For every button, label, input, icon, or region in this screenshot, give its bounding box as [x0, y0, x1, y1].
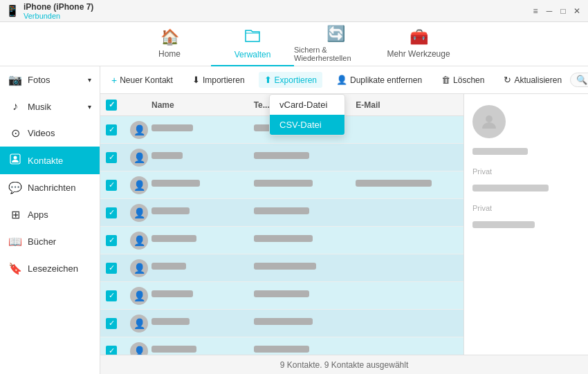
header-name: Name [151, 100, 254, 110]
row-avatar: 👤 [127, 121, 151, 139]
folder-icon [244, 28, 261, 47]
row-name [151, 290, 254, 301]
row-checkbox[interactable]: ✓ [106, 318, 117, 329]
header-email: E-Mail [356, 100, 458, 110]
nav-verwalten[interactable]: Verwalten [211, 22, 294, 66]
row-name [151, 124, 254, 135]
sidebar-item-videos[interactable]: ⊙ Videos [0, 120, 100, 147]
sidebar-item-buecher[interactable]: 📖 Bücher [0, 228, 100, 255]
row-avatar: 👤 [127, 259, 151, 277]
csv-option[interactable]: CSV-Datei [270, 115, 344, 135]
close-icon[interactable]: ✕ [571, 6, 582, 17]
row-avatar: 👤 [127, 232, 151, 250]
title-bar: 📱 iPhone (iPhone 7) Verbunden ≡ ─ □ ✕ [0, 0, 588, 22]
avatar: 👤 [130, 204, 148, 222]
photos-icon: 📷 [8, 73, 22, 86]
window-controls: ≡ ─ □ ✕ [530, 6, 582, 17]
row-name [151, 318, 254, 328]
contact-detail-panel: Privat Privat [463, 94, 588, 355]
search-box[interactable]: 🔍 [570, 73, 588, 87]
row-avatar: 👤 [127, 176, 151, 194]
menu-icon[interactable]: ≡ [530, 6, 541, 17]
row-checkbox[interactable]: ✓ [106, 124, 117, 135]
sidebar-item-kontakte[interactable]: Kontakte [0, 147, 100, 174]
contact-email-blurred [472, 221, 535, 228]
remove-duplicates-button[interactable]: 👤 Duplikate entfernen [331, 72, 428, 88]
maximize-icon[interactable]: □ [558, 6, 569, 17]
row-avatar: 👤 [127, 342, 151, 355]
contact-name-blurred [472, 148, 528, 155]
device-info: 📱 iPhone (iPhone 7) Verbunden [6, 2, 93, 20]
vcard-option[interactable]: vCard-Datei [270, 95, 344, 115]
row-checkbox[interactable]: ✓ [106, 290, 117, 301]
arrow-icon: ▾ [88, 76, 91, 84]
home-icon: 🏠 [160, 28, 179, 46]
export-dropdown: vCard-Datei CSV-Datei [269, 94, 345, 135]
row-checkbox[interactable]: ✓ [106, 180, 117, 191]
export-button[interactable]: ⬆ Exportieren [259, 72, 322, 88]
row-tel [254, 290, 356, 301]
row-name [151, 235, 254, 245]
table-row[interactable]: ✓ 👤 [100, 227, 463, 254]
sidebar-item-musik[interactable]: ♪ Musik ▾ [0, 93, 100, 120]
search-icon: 🔍 [576, 75, 587, 85]
select-all-checkbox[interactable]: ✓ [106, 100, 117, 111]
row-avatar: 👤 [127, 149, 151, 167]
header-check: ✓ [106, 100, 127, 111]
row-checkbox[interactable]: ✓ [106, 346, 117, 355]
nav-sichern[interactable]: 🔄 Sichern & Wiederherstellen [294, 22, 377, 66]
sidebar-item-nachrichten[interactable]: 💬 Nachrichten [0, 174, 100, 201]
table-row[interactable]: ✓ 👤 [100, 254, 463, 282]
sidebar-item-lesezeichen[interactable]: 🔖 Lesezeichen [0, 255, 100, 282]
import-button[interactable]: ⬇ Importieren [187, 72, 250, 88]
device-status: Verbunden [24, 12, 93, 20]
sidebar-musik-label: Musik [28, 102, 82, 112]
svg-point-2 [486, 115, 493, 122]
sidebar-lesezeichen-label: Lesezeichen [28, 263, 91, 274]
avatar: 👤 [130, 287, 148, 305]
row-checkbox[interactable]: ✓ [106, 207, 117, 218]
sidebar-item-apps[interactable]: ⊞ Apps [0, 201, 100, 228]
apps-icon: ⊞ [8, 208, 22, 221]
sidebar: 📷 Fotos ▾ ♪ Musik ▾ ⊙ Videos Kontakte 💬 [0, 66, 100, 374]
table-row[interactable]: ✓ 👤 [100, 337, 463, 355]
new-contact-button[interactable]: + Neuer Kontakt [106, 72, 178, 88]
row-avatar: 👤 [127, 204, 151, 222]
videos-icon: ⊙ [8, 127, 22, 140]
row-checkbox[interactable]: ✓ [106, 152, 117, 163]
table-row[interactable]: ✓ 👤 [100, 171, 463, 199]
row-checkbox[interactable]: ✓ [106, 263, 117, 274]
row-name [151, 263, 254, 273]
main-layout: 📷 Fotos ▾ ♪ Musik ▾ ⊙ Videos Kontakte 💬 [0, 66, 588, 374]
avatar: 👤 [130, 259, 148, 277]
row-tel [254, 346, 356, 355]
nav-sichern-label: Sichern & Wiederherstellen [294, 46, 377, 62]
avatar: 👤 [130, 342, 148, 355]
avatar: 👤 [130, 232, 148, 250]
sidebar-nachrichten-label: Nachrichten [28, 183, 91, 193]
phone-icon: 📱 [6, 4, 19, 17]
contact-label-1: Privat [472, 167, 580, 176]
nav-werkzeuge[interactable]: 🧰 Mehr Werkzeuge [377, 22, 460, 66]
row-name [151, 180, 254, 190]
backup-icon: 🔄 [327, 25, 345, 43]
content-area: + Neuer Kontakt ⬇ Importieren ⬆ Exportie… [100, 66, 588, 374]
row-checkbox[interactable]: ✓ [106, 235, 117, 246]
table-row[interactable]: ✓ 👤 [100, 310, 463, 337]
refresh-button[interactable]: ↻ Aktualisieren [498, 72, 567, 88]
sidebar-item-fotos[interactable]: 📷 Fotos ▾ [0, 66, 100, 93]
row-avatar: 👤 [127, 315, 151, 333]
delete-button[interactable]: 🗑 Löschen [436, 72, 490, 88]
sidebar-fotos-label: Fotos [28, 75, 82, 85]
minimize-icon[interactable]: ─ [544, 6, 555, 17]
table-row[interactable]: ✓ 👤 [100, 199, 463, 227]
refresh-icon: ↻ [504, 75, 511, 85]
import-icon: ⬇ [192, 75, 200, 85]
sidebar-kontakte-label: Kontakte [28, 156, 91, 166]
avatar: 👤 [130, 176, 148, 194]
nav-home[interactable]: 🏠 Home [128, 22, 211, 66]
sidebar-videos-label: Videos [28, 128, 91, 138]
arrow-icon-2: ▾ [88, 103, 91, 111]
table-row[interactable]: ✓ 👤 [100, 282, 463, 310]
table-row[interactable]: ✓ 👤 [100, 144, 463, 171]
